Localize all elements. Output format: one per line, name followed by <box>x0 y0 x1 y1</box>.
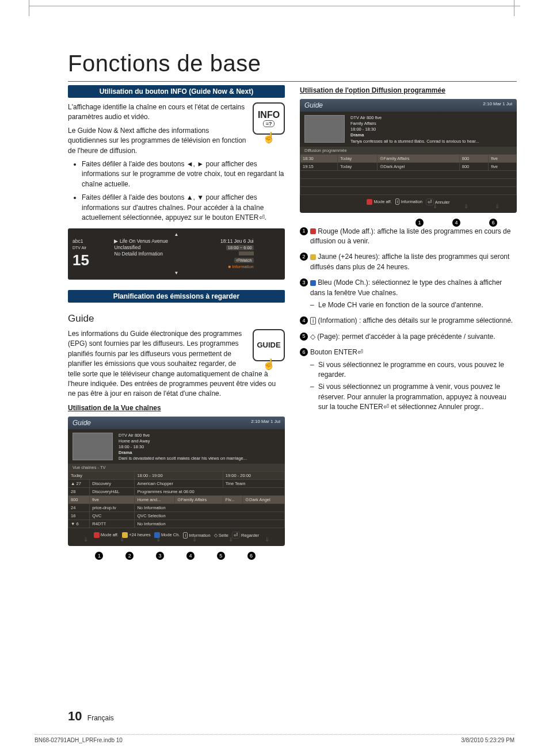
lead: (Page): <box>317 333 340 341</box>
page-footer: 10 Français <box>68 709 114 724</box>
guide-title: Guide <box>304 101 323 109</box>
list-item: Faites défiler à l'aide des boutons ◄, ►… <box>82 159 285 189</box>
legend-item[interactable]: Seite <box>219 533 228 538</box>
col-header: 18:00 - 19:00 <box>135 472 223 480</box>
channel-name: abc1 <box>73 238 83 244</box>
meta-line: 18:00 - 18:30 <box>119 444 247 450</box>
table-row[interactable]: 16QVC QVC Selection <box>68 512 285 520</box>
table-row[interactable]: 19:15Today ⊙Dark Angel800five <box>300 162 517 170</box>
crop-mark <box>29 6 520 7</box>
guide-title: Guide <box>73 419 91 427</box>
lead: (Information) <box>318 316 357 324</box>
meta-line: 18:00 - 18:30 <box>350 127 479 132</box>
watch-button[interactable]: ⏎Watch <box>234 258 254 263</box>
key-item-2: 2 Jaune (+24 heures): affiche la liste d… <box>300 252 517 272</box>
info-icon-label: INFO <box>258 110 280 120</box>
page-number: 10 <box>68 709 82 723</box>
guide-meta: DTV Air 800 five Family Affairs 18:00 - … <box>350 115 479 144</box>
table-row <box>300 186 517 194</box>
key-item-1: 1 Rouge (Mode aff.): affiche la liste de… <box>300 227 517 247</box>
guide-clock: 2:10 Mar 1 Jui <box>483 101 512 109</box>
table-row[interactable]: ▼ 6R4DTT No Information <box>68 520 285 528</box>
sub-text: Le Mode CH varie en fonction de la sourc… <box>310 300 517 310</box>
col-header: Today <box>68 472 135 480</box>
section-bar-planning: Planification des émissions à regarder <box>68 290 285 303</box>
info-bullets: Faites défiler à l'aide des boutons ◄, ►… <box>68 159 285 223</box>
service-label: DTV Air <box>73 246 86 250</box>
channel-table: Today 18:00 - 19:00 19:00 - 20:00 ▲ 27Di… <box>68 471 285 528</box>
section-label: Vue chaînes - TV <box>68 464 285 471</box>
legend-numbers: 146 <box>317 219 500 227</box>
lead: Jaune (+24 heures): <box>318 253 380 261</box>
guide-button-icon: GUIDE ☝ <box>253 329 285 361</box>
guide-icon-label: GUIDE <box>257 341 280 349</box>
meta-line: DTV Air 800 five <box>350 115 479 121</box>
page-title: Fonctions de base <box>68 51 514 77</box>
section-bar-info: Utilisation du bouton INFO (Guide Now & … <box>68 85 285 98</box>
preview-thumb <box>304 115 345 143</box>
lead: Bleu (Mode Ch.): <box>318 278 370 287</box>
col-header: 19:00 - 20:00 <box>223 472 284 480</box>
legend-item[interactable]: Information <box>401 199 422 204</box>
clock: 18:11 Jeu 6 Jui <box>220 238 254 244</box>
time-range: 18:00 ~ 6:00 <box>226 245 254 250</box>
info-button-icon: INFO ≡? ☝ <box>253 102 285 135</box>
guide-heading: Guide <box>68 313 285 324</box>
table-row[interactable]: ▲ 27Discovery American ChopperTine Team <box>68 480 285 488</box>
section-label: Diffusion programmée <box>300 147 517 154</box>
meta-line: Drama <box>350 132 479 138</box>
meta-line: Dani is devastated when scott makes clea… <box>119 456 247 461</box>
print-file: BN68-02791ADH_LPRFre.indb 10 <box>35 737 123 743</box>
legend-item[interactable]: +24 heures <box>129 532 151 537</box>
right-column: Utilisation de l'option Diffusion progra… <box>300 85 517 560</box>
table-row <box>300 178 517 186</box>
diff-prog-title: Utilisation de l'option Diffusion progra… <box>300 86 517 94</box>
crop-mark <box>29 0 29 16</box>
hand-icon: ☝ <box>262 131 275 144</box>
footer-lang: Français <box>87 714 114 722</box>
hand-icon: ☝ <box>262 358 275 371</box>
table-row[interactable]: 24price-drop.tv No Information <box>68 504 285 512</box>
guide-clock: 2:10 Mar 1 Jui <box>251 419 280 427</box>
classification: Unclassified <box>114 245 140 250</box>
text: permet d'accéder à la page précédente / … <box>340 333 495 341</box>
legend-item[interactable]: Mode aff. <box>101 532 119 537</box>
meta-line: Drama <box>119 450 247 456</box>
legend-item[interactable]: Mode aff. <box>374 199 392 204</box>
text: : affiche des détails sur le programme s… <box>357 316 513 324</box>
divider <box>68 81 517 82</box>
meta-line: DTV Air 800 five <box>119 433 247 438</box>
meta-line: Family Affairs <box>350 121 479 127</box>
now-next-panel: ▲ abc1 DTV Air 15 ▶ Life On Venus Avenue… <box>68 228 285 280</box>
vue-chaines-title: Utilisation de la Vue chaînes <box>68 404 285 412</box>
detail-info: No Detaild Information <box>114 251 163 257</box>
sub-text: Si vous sélectionnez un programme à veni… <box>310 382 517 412</box>
list-item: Faites défiler à l'aide des boutons ▲, ▼… <box>82 193 285 223</box>
key-item-5: 5 ◇ (Page): permet d'accéder à la page p… <box>300 332 517 342</box>
guide-channels-view: Guide 2:10 Mar 1 Jui DTV Air 800 five Ho… <box>68 417 285 547</box>
guide-scheduled-view: Guide 2:10 Mar 1 Jui DTV Air 800 five Fa… <box>300 99 517 213</box>
print-metadata: BN68-02791ADH_LPRFre.indb 10 3/8/2010 5:… <box>35 734 514 743</box>
legend-numbers: 123 456 <box>85 552 268 560</box>
guide-legend: Mode aff. +24 heures Mode Ch. i Informat… <box>68 528 285 539</box>
key-list: 1 Rouge (Mode aff.): affiche la liste de… <box>300 227 517 413</box>
preview-thumb <box>73 433 113 460</box>
meta-line: Home and Away <box>119 438 247 444</box>
key-item-6: 6 Bouton ENTER⏎ Si vous sélectionnez le … <box>300 348 517 412</box>
remote-key-icon: ≡? <box>263 120 275 127</box>
crop-mark <box>514 0 514 16</box>
table-row[interactable]: 28DiscoveryH&L Programmes resume at 06:0… <box>68 488 285 496</box>
lead: Rouge (Mode aff.): <box>318 227 375 235</box>
left-column: Utilisation du bouton INFO (Guide Now & … <box>68 85 285 560</box>
meta-line: Tanya confesses all to a stunned Babs. C… <box>350 139 479 144</box>
legend-item[interactable]: Mode Ch. <box>161 532 180 537</box>
information-button[interactable]: Information <box>232 264 254 269</box>
legend-item[interactable]: Regarder <box>241 533 259 538</box>
page: Fonctions de base Utilisation du bouton … <box>0 0 549 756</box>
info-key-icon: i <box>310 317 316 324</box>
print-timestamp: 3/8/2010 5:23:29 PM <box>461 737 514 743</box>
scheduled-table: 18:30Today ⊙Family Affairs800five 19:15T… <box>300 154 517 195</box>
guide-meta: DTV Air 800 five Home and Away 18:00 - 1… <box>119 433 247 462</box>
table-row[interactable]: 800five Home and...⊙Family Affairs Fiv..… <box>68 496 285 504</box>
table-row[interactable]: 18:30Today ⊙Family Affairs800five <box>300 154 517 162</box>
